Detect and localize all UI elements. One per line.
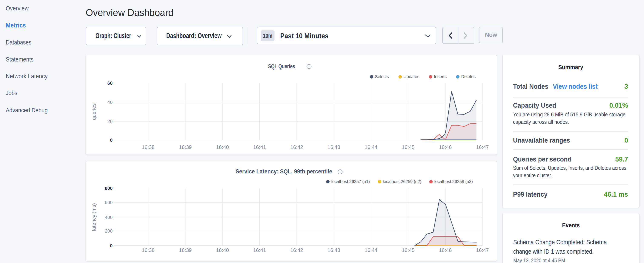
svg-text:16:44: 16:44 — [365, 144, 378, 150]
svg-text:0: 0 — [110, 243, 112, 248]
svg-text:0: 0 — [110, 137, 112, 143]
svg-text:16:39: 16:39 — [179, 144, 192, 150]
svg-text:16:44: 16:44 — [365, 247, 378, 253]
svg-text:600: 600 — [105, 200, 113, 205]
svg-text:16:47: 16:47 — [476, 144, 489, 150]
svg-text:queries: queries — [91, 103, 97, 120]
svg-text:16:46: 16:46 — [439, 247, 452, 253]
svg-text:16:38: 16:38 — [142, 247, 154, 253]
svg-text:16:42: 16:42 — [290, 247, 303, 253]
svg-text:40: 40 — [107, 100, 112, 105]
svg-text:16:41: 16:41 — [253, 247, 266, 253]
svg-text:16:41: 16:41 — [253, 144, 266, 150]
svg-text:16:40: 16:40 — [216, 247, 229, 253]
svg-text:16:42: 16:42 — [290, 144, 303, 150]
svg-text:16:45: 16:45 — [402, 144, 414, 150]
svg-text:16:43: 16:43 — [328, 144, 340, 150]
svg-text:16:46: 16:46 — [439, 144, 452, 150]
svg-text:800: 800 — [105, 185, 113, 191]
svg-text:16:47: 16:47 — [476, 247, 489, 253]
svg-text:60: 60 — [107, 80, 112, 86]
svg-text:16:45: 16:45 — [402, 247, 414, 253]
svg-text:16:40: 16:40 — [216, 144, 229, 150]
svg-text:20: 20 — [107, 119, 112, 124]
svg-text:400: 400 — [105, 215, 113, 220]
svg-text:200: 200 — [105, 228, 113, 234]
svg-text:16:38: 16:38 — [142, 144, 154, 150]
svg-text:latency (ms): latency (ms) — [91, 203, 97, 231]
svg-text:16:39: 16:39 — [179, 247, 192, 253]
svg-text:16:43: 16:43 — [328, 247, 340, 253]
